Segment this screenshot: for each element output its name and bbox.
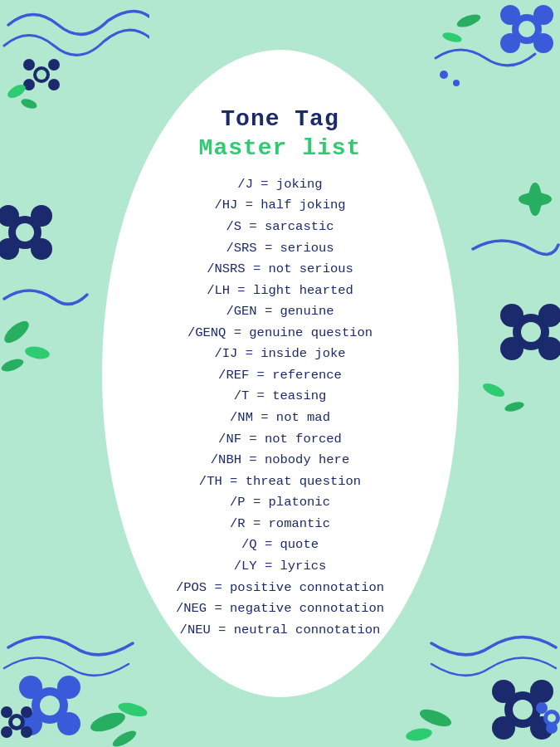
list-item: /T = teasing [176, 386, 384, 408]
svg-point-54 [530, 680, 553, 703]
svg-point-10 [533, 5, 553, 25]
svg-point-22 [31, 238, 52, 260]
svg-point-1 [23, 59, 35, 71]
svg-point-5 [37, 70, 46, 80]
svg-point-61 [536, 702, 548, 714]
svg-point-39 [57, 676, 80, 699]
svg-point-38 [19, 676, 42, 699]
svg-point-55 [492, 716, 515, 740]
svg-point-43 [88, 709, 128, 735]
list-item: /S = sarcastic [176, 217, 384, 238]
svg-point-42 [40, 696, 60, 715]
svg-point-20 [31, 205, 52, 227]
title-tone-tag: Tone Tag [221, 106, 338, 132]
svg-point-2 [48, 59, 60, 71]
content-card: Tone Tag Master list /J = joking/HJ = ha… [102, 50, 459, 697]
deco-top-right [427, 0, 560, 108]
svg-point-63 [548, 714, 556, 722]
svg-point-47 [1, 706, 12, 718]
deco-top-left [0, 0, 149, 116]
svg-point-25 [24, 345, 51, 361]
svg-point-57 [513, 700, 533, 720]
deco-right-mid [469, 149, 560, 440]
svg-point-36 [504, 400, 525, 413]
list-item: /LY = lyrics [176, 556, 384, 578]
svg-point-15 [441, 31, 463, 44]
list-item: /R = romantic [176, 514, 384, 535]
svg-point-48 [21, 706, 32, 718]
tone-list: /J = joking/HJ = half joking/S = sarcast… [176, 174, 384, 641]
list-item: /NBH = nobody here [176, 450, 384, 471]
svg-point-45 [110, 728, 139, 747]
svg-point-50 [21, 726, 32, 738]
list-item: /LH = light hearted [176, 281, 384, 302]
list-item: /NSRS = not serious [176, 259, 384, 281]
svg-point-35 [481, 381, 506, 400]
svg-point-32 [500, 337, 523, 360]
svg-point-16 [440, 71, 448, 79]
svg-point-30 [500, 304, 523, 327]
list-item: /POS = positive connotation [176, 578, 384, 599]
background: Tone Tag Master list /J = joking/HJ = ha… [0, 0, 560, 747]
list-item: /GEN = genuine [176, 301, 384, 323]
svg-point-58 [417, 706, 453, 730]
svg-point-51 [12, 718, 21, 726]
svg-point-62 [546, 722, 558, 734]
list-item: /NM = not mad [176, 408, 384, 429]
svg-point-7 [20, 97, 38, 110]
list-item: /HJ = half joking [176, 195, 384, 217]
list-item: /J = joking [176, 174, 384, 196]
svg-point-13 [519, 21, 535, 37]
list-item: /NEU = neutral connotation [176, 620, 384, 642]
list-item: /REF = reference [176, 365, 384, 387]
svg-point-28 [528, 183, 542, 216]
svg-point-17 [453, 80, 460, 86]
svg-point-26 [0, 357, 25, 374]
svg-point-9 [500, 5, 520, 25]
svg-point-4 [48, 79, 60, 90]
svg-point-24 [1, 317, 32, 346]
list-item: /NEG = negative connotation [176, 598, 384, 620]
svg-point-34 [521, 322, 541, 342]
svg-point-41 [57, 712, 80, 735]
svg-point-14 [455, 12, 482, 30]
svg-point-12 [533, 33, 553, 53]
deco-bottom-right [377, 581, 560, 747]
list-item: /IJ = inside joke [176, 344, 384, 365]
svg-point-53 [492, 680, 515, 703]
deco-left-mid [0, 166, 91, 415]
list-item: /SRS = serious [176, 238, 384, 260]
list-item: /GENQ = genuine question [176, 323, 384, 344]
svg-point-49 [1, 726, 12, 738]
list-item: /NF = not forced [176, 429, 384, 451]
svg-point-23 [16, 223, 34, 242]
svg-point-59 [405, 726, 433, 742]
title-master-list: Master list [199, 135, 362, 161]
list-item: /P = platonic [176, 492, 384, 514]
list-item: /Q = quote [176, 535, 384, 556]
svg-point-11 [500, 33, 520, 53]
list-item: /TH = threat question [176, 471, 384, 493]
